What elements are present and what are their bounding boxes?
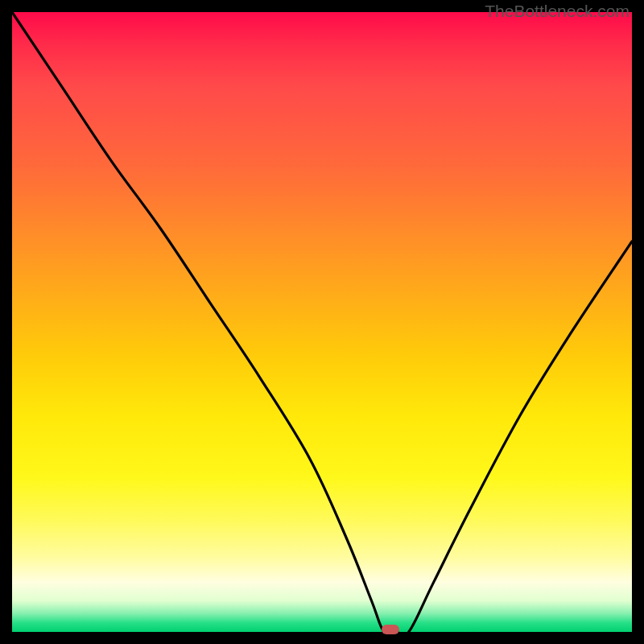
watermark-text: TheBottleneck.com bbox=[485, 2, 630, 21]
bottleneck-curve bbox=[12, 12, 632, 632]
plot-area bbox=[12, 12, 632, 632]
chart-container: TheBottleneck.com bbox=[0, 0, 644, 644]
minimum-marker bbox=[382, 625, 399, 634]
